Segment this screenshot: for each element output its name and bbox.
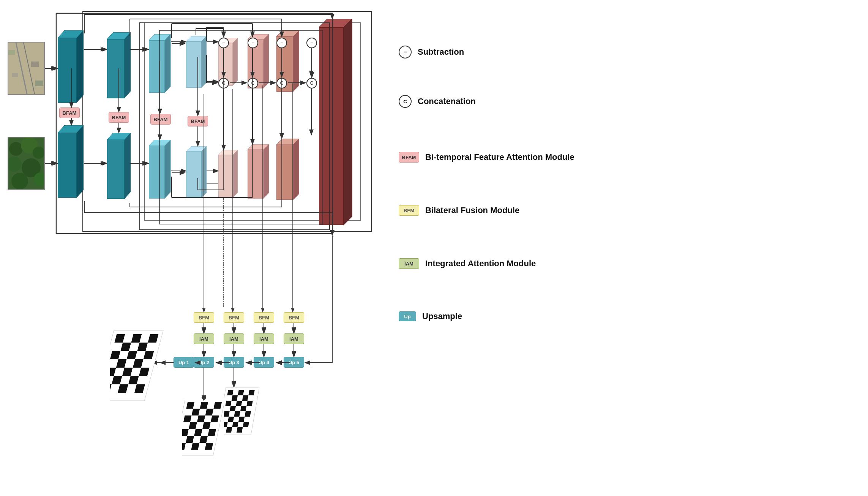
decoder-block-b2 — [248, 144, 269, 205]
svg-rect-181 — [248, 390, 254, 395]
svg-marker-88 — [233, 150, 238, 197]
svg-marker-61 — [77, 30, 84, 103]
svg-marker-70 — [125, 133, 131, 199]
iam-box-4: IAM — [284, 333, 304, 344]
svg-rect-157 — [189, 422, 197, 429]
svg-rect-151 — [183, 415, 192, 422]
svg-rect-179 — [238, 390, 244, 395]
svg-rect-154 — [204, 415, 212, 422]
up-legend-label: Upsample — [422, 311, 462, 321]
decoder-block-large — [319, 19, 353, 237]
iam-box-1: IAM — [194, 333, 214, 344]
up-box-2: Up 2 — [194, 357, 214, 368]
svg-rect-170 — [206, 436, 215, 443]
output-map-3 — [224, 387, 266, 442]
iam-legend-icon: IAM — [399, 258, 419, 269]
svg-point-52 — [9, 142, 23, 156]
legend-concatenation: C Concatenation — [399, 95, 476, 108]
svg-rect-183 — [232, 395, 238, 401]
subtract-circle-2: − — [248, 38, 258, 48]
svg-rect-71 — [149, 40, 165, 93]
svg-marker-76 — [165, 140, 170, 198]
svg-rect-205 — [238, 417, 245, 422]
svg-marker-82 — [201, 146, 207, 198]
svg-rect-182 — [226, 395, 232, 401]
legend-subtraction: − Subtraction — [399, 46, 464, 58]
svg-rect-187 — [225, 401, 231, 406]
legend-iam: IAM Integrated Attention Module — [399, 258, 536, 269]
up-box-5: Up 5 — [284, 357, 304, 368]
svg-rect-190 — [241, 401, 247, 406]
svg-rect-86 — [218, 155, 233, 197]
svg-rect-148 — [199, 409, 207, 415]
svg-marker-94 — [264, 144, 269, 198]
svg-rect-191 — [246, 401, 253, 406]
svg-rect-211 — [243, 422, 249, 427]
svg-rect-199 — [234, 411, 240, 417]
svg-rect-155 — [211, 415, 219, 422]
subtract-legend-label: Subtraction — [418, 47, 464, 57]
svg-rect-80 — [186, 152, 201, 198]
svg-rect-98 — [276, 145, 293, 200]
svg-rect-145 — [213, 402, 222, 409]
svg-rect-177 — [227, 390, 233, 395]
bfm-legend-icon: BFM — [399, 205, 419, 216]
decoder-block-b1 — [218, 150, 238, 203]
svg-rect-143 — [200, 402, 208, 409]
legend-up: Up Upsample — [399, 311, 462, 321]
encoder-block-b3 — [149, 140, 171, 204]
encoder-block-t2 — [107, 32, 131, 104]
svg-point-58 — [11, 173, 28, 190]
subtract-legend-icon: − — [399, 46, 412, 58]
legend-bfm: BFM Bilateral Fusion Module — [399, 205, 519, 216]
svg-rect-65 — [107, 39, 125, 98]
bfam-legend-label: Bi-temporal Feature Attention Module — [425, 152, 574, 162]
svg-rect-175 — [205, 443, 213, 450]
svg-rect-153 — [197, 415, 205, 422]
svg-marker-79 — [201, 36, 207, 88]
bfm-legend-label: Bilateral Fusion Module — [425, 205, 519, 215]
svg-rect-200 — [239, 411, 245, 417]
svg-rect-150 — [212, 409, 221, 415]
concat-legend-icon: C — [399, 95, 412, 108]
svg-rect-210 — [237, 422, 243, 427]
svg-marker-100 — [293, 139, 299, 200]
svg-rect-215 — [237, 427, 243, 433]
svg-rect-49 — [12, 73, 18, 77]
svg-rect-189 — [236, 401, 242, 406]
svg-rect-197 — [224, 411, 230, 417]
svg-rect-204 — [233, 417, 239, 422]
svg-rect-50 — [35, 81, 43, 86]
output-map-main — [110, 330, 171, 408]
svg-rect-209 — [232, 422, 238, 427]
svg-rect-158 — [196, 422, 204, 429]
encoder-block-b2 — [107, 133, 131, 205]
svg-rect-180 — [243, 390, 249, 395]
up-box-3: Up 3 — [224, 357, 244, 368]
diagram-container: BFAM BFAM — [0, 0, 868, 496]
legend-bfam: BFAM Bi-temporal Feature Attention Modul… — [399, 152, 574, 163]
svg-rect-208 — [227, 422, 233, 427]
svg-rect-165 — [208, 429, 216, 436]
svg-rect-213 — [226, 427, 232, 433]
input-image-2 — [8, 137, 45, 190]
svg-rect-173 — [191, 443, 200, 450]
svg-rect-47 — [8, 50, 15, 55]
svg-rect-168 — [193, 436, 201, 443]
svg-rect-146 — [185, 409, 193, 415]
svg-marker-73 — [165, 34, 170, 93]
svg-marker-91 — [264, 34, 269, 88]
svg-rect-214 — [231, 427, 237, 433]
svg-rect-169 — [199, 436, 208, 443]
concat-legend-label: Concatenation — [418, 96, 476, 106]
svg-marker-67 — [125, 32, 131, 98]
svg-point-54 — [33, 147, 45, 159]
encoder-block-t1 — [58, 30, 84, 108]
bfm-box-1: BFM — [194, 312, 214, 323]
svg-rect-193 — [230, 406, 236, 411]
subtract-circle-1: − — [218, 38, 229, 48]
svg-rect-159 — [202, 422, 211, 429]
bfam-legend-icon: BFAM — [399, 152, 419, 163]
subtract-circle-3: − — [276, 38, 287, 48]
bfam-box-3: BFAM — [150, 114, 171, 125]
